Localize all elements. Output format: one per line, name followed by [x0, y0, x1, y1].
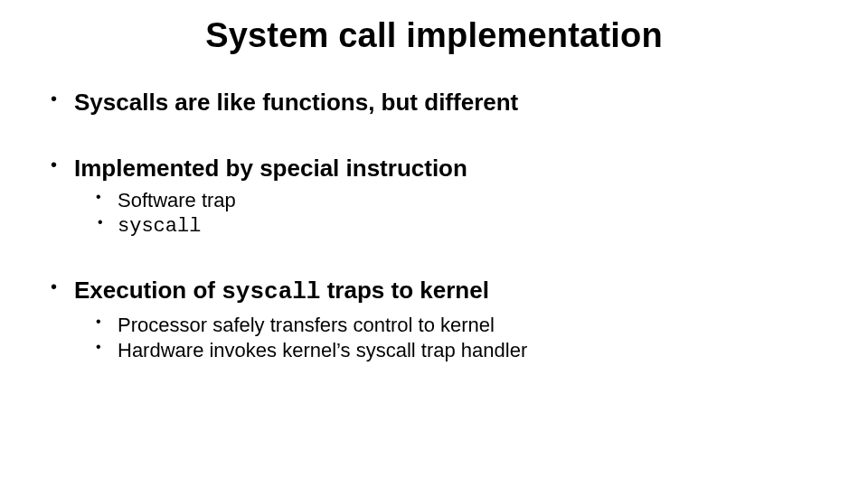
bullet-2-sub-2: syscall: [90, 214, 823, 240]
slide: System call implementation Syscalls are …: [0, 0, 868, 488]
bullet-3-sublist: Processor safely transfers control to ke…: [74, 313, 823, 364]
bullet-3-sub-1: Processor safely transfers control to ke…: [90, 313, 823, 339]
bullet-list: Syscalls are like functions, but differe…: [45, 88, 823, 364]
bullet-3-sub-2: Hardware invokes kernel’s syscall trap h…: [90, 338, 823, 364]
bullet-3-suffix: traps to kernel: [320, 277, 488, 304]
bullet-3-code: syscall: [222, 278, 320, 305]
bullet-2-text: Implemented by special instruction: [74, 155, 467, 182]
bullet-1: Syscalls are like functions, but differe…: [45, 88, 823, 117]
bullet-1-text: Syscalls are like functions, but differe…: [74, 89, 518, 116]
bullet-2-sublist: Software trap syscall: [74, 188, 823, 239]
slide-title: System call implementation: [45, 16, 823, 55]
bullet-3: Execution of syscall traps to kernel Pro…: [45, 276, 823, 364]
bullet-2-sub-1: Software trap: [90, 188, 823, 214]
bullet-2: Implemented by special instruction Softw…: [45, 154, 823, 240]
bullet-3-prefix: Execution of: [74, 277, 222, 304]
